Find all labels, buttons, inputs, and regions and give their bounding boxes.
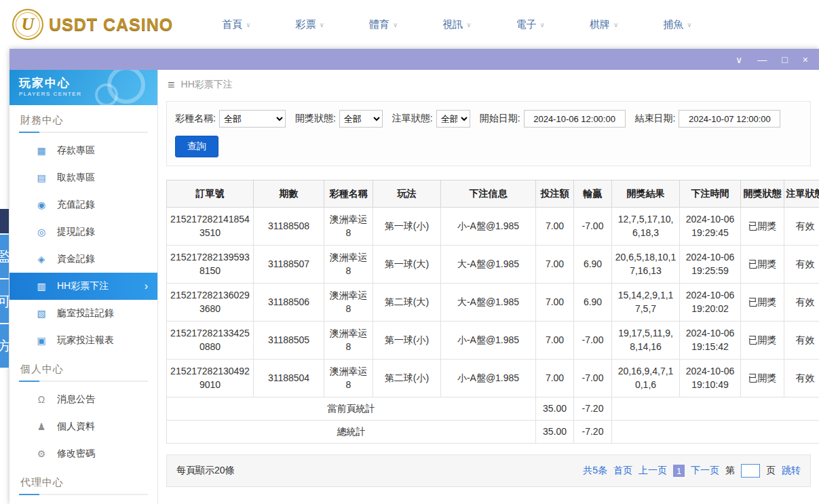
page-jump-suffix: 页 xyxy=(766,465,776,477)
table-cell: 第一球(小) xyxy=(373,208,441,246)
section-title-finance-center: 財務中心 xyxy=(9,105,157,127)
next-page-link[interactable]: 下一页 xyxy=(691,465,719,477)
chevron-right-icon: › xyxy=(145,280,148,292)
nav-item-video[interactable]: 視訊∨ xyxy=(442,18,471,31)
sidebar-item-label: 取款專區 xyxy=(57,172,95,184)
table-cell: 第一球(大) xyxy=(373,246,441,284)
table-cell: 7.00 xyxy=(536,208,574,246)
nav-item-lottery[interactable]: 彩票∨ xyxy=(296,18,324,31)
table-cell: 6.90 xyxy=(574,246,612,284)
sidebar-item-player-bet-report[interactable]: ▣玩家投注報表 xyxy=(9,327,157,354)
order-status-select[interactable]: 全部 xyxy=(436,110,470,128)
table-cell: 大-A盤@1.985 xyxy=(441,284,536,322)
jump-button[interactable]: 跳转 xyxy=(782,465,801,477)
window-titlebar: ∨ — □ × xyxy=(9,49,819,70)
player-bet-report-icon: ▣ xyxy=(35,335,47,346)
deposit-area-icon: ▦ xyxy=(35,145,47,156)
table-header-cell: 訂單號 xyxy=(167,180,254,208)
floating-widget-item[interactable]: 監 xyxy=(0,235,9,278)
window-collapse-icon[interactable]: ∨ xyxy=(736,55,742,64)
nav-item-sports[interactable]: 體育∨ xyxy=(369,18,398,31)
nav-item-label: 捕魚 xyxy=(663,18,683,31)
table-cell: 2152172821360293680 xyxy=(167,284,254,322)
chevron-down-icon: ∨ xyxy=(687,21,691,28)
table-header-cell: 開獎狀態 xyxy=(741,180,784,208)
table-cell: 有效 xyxy=(784,322,819,360)
table-cell: 31188506 xyxy=(254,284,324,322)
sidebar-item-recharge-record[interactable]: ◉充值記錄 xyxy=(9,191,157,218)
sidebar-item-label: 充值記錄 xyxy=(57,199,95,211)
sidebar-item-deposit-area[interactable]: ▦存款專區 xyxy=(9,137,157,164)
table-cell: 7.00 xyxy=(536,360,574,398)
chevron-down-icon: ∨ xyxy=(393,21,398,28)
order-status-label: 注單狀態: xyxy=(392,113,433,125)
table-cell: 澳洲幸运8 xyxy=(324,246,373,284)
nav-item-label: 首頁 xyxy=(222,18,242,31)
table-cell: 31188504 xyxy=(254,360,324,398)
table-cell: 7.00 xyxy=(536,246,574,284)
table-cell: 有效 xyxy=(784,246,819,284)
window-minimize-icon[interactable]: — xyxy=(757,55,767,64)
sidebar-item-withdraw-area[interactable]: ▤取款專區 xyxy=(9,164,157,191)
floating-widget-item[interactable] xyxy=(0,209,9,233)
table-row: 215217282139593815031188507澳洲幸运8第一球(大)大-… xyxy=(167,246,819,284)
table-cell: 2152172821334250880 xyxy=(167,322,254,360)
nav-item-chess[interactable]: 棋牌∨ xyxy=(590,18,618,31)
sidebar-item-room-bet-record[interactable]: ▧廳室投註記錄 xyxy=(9,300,157,327)
sidebar-item-withdrawal-record[interactable]: ◎提現記錄 xyxy=(9,218,157,246)
start-date-input[interactable] xyxy=(524,110,626,128)
sidebar-item-announcements[interactable]: Ω消息公告 xyxy=(9,386,157,413)
table-row: 215217282130492901031188504澳洲幸运8第二球(小)小-… xyxy=(167,360,819,398)
nav-item-electronic[interactable]: 電子∨ xyxy=(516,18,545,31)
section-title-agent-center: 代理中心 xyxy=(9,467,157,489)
current-page-button[interactable]: 1 xyxy=(673,465,685,477)
window-body: 玩家中心 PLAYERS CENTER 財務中心▦存款專區▤取款專區◉充值記錄◎… xyxy=(9,70,819,504)
sidebar-item-profile[interactable]: ♟個人資料 xyxy=(9,413,157,440)
withdrawal-record-icon: ◎ xyxy=(35,227,47,237)
table-cell: 有效 xyxy=(784,284,819,322)
window-maximize-icon[interactable]: □ xyxy=(782,55,787,64)
sidebar-menu: 財務中心▦存款專區▤取款專區◉充值記錄◎提現記錄◈資金記錄▥HH彩票下注›▧廳室… xyxy=(9,105,157,495)
page-summary-winloss-total: -7.20 xyxy=(574,398,612,421)
main-nav: 首頁∨彩票∨體育∨視訊∨電子∨棋牌∨捕魚∨ xyxy=(222,18,691,31)
table-cell: 31188507 xyxy=(254,246,324,284)
table-cell: 31188505 xyxy=(254,322,324,360)
end-date-input[interactable] xyxy=(679,110,780,128)
table-footer: 每頁顯示20條 共5条 首页 上一页 1 下一页 第 页 跳转 xyxy=(166,454,811,487)
table-cell: 12,7,5,17,10,6,18,3 xyxy=(612,208,680,246)
floating-widget-item[interactable]: 可 xyxy=(0,279,9,323)
window-close-icon[interactable]: × xyxy=(803,55,808,64)
menu-toggle-icon[interactable]: ≡ xyxy=(168,78,175,92)
table-cell: 19,17,5,11,9,8,14,16 xyxy=(612,322,680,360)
page-jump-input[interactable] xyxy=(741,464,760,478)
first-page-link[interactable]: 首页 xyxy=(613,465,632,477)
table-cell: 澳洲幸运8 xyxy=(324,360,373,398)
nav-item-home[interactable]: 首頁∨ xyxy=(222,18,250,31)
prev-page-link[interactable]: 上一页 xyxy=(639,465,667,477)
nav-item-label: 棋牌 xyxy=(590,18,610,31)
table-cell: 大-A盤@1.985 xyxy=(441,246,536,284)
grand-summary-bet-total: 35.00 xyxy=(536,421,574,444)
table-cell: 2152172821395938150 xyxy=(167,246,254,284)
table-cell: 2024-10-06 19:29:45 xyxy=(680,208,741,246)
table-header-cell: 期數 xyxy=(254,180,324,208)
sidebar-item-hh-lottery-bet[interactable]: ▥HH彩票下注› xyxy=(9,273,157,300)
sidebar-subtitle: PLAYERS CENTER xyxy=(19,91,157,97)
funds-record-icon: ◈ xyxy=(35,254,47,265)
table-cell: 20,16,9,4,7,10,1,6 xyxy=(612,360,680,398)
logo-text: USDT CASINO xyxy=(49,15,173,35)
table-cell: 15,14,2,9,1,17,5,7 xyxy=(612,284,680,322)
table-cell: 小-A盤@1.985 xyxy=(441,360,536,398)
sidebar-item-change-password[interactable]: ⚙修改密碼 xyxy=(9,440,157,467)
bets-table-wrap: 訂單號期數彩種名稱玩法下注信息投注額輸贏開獎結果下注時間開獎狀態注單狀態 215… xyxy=(166,180,811,444)
draw-status-select[interactable]: 全部 xyxy=(339,110,383,128)
search-button[interactable]: 查詢 xyxy=(175,136,218,157)
table-cell: 有效 xyxy=(784,208,819,246)
sidebar-item-funds-record[interactable]: ◈資金記錄 xyxy=(9,246,157,273)
site-logo[interactable]: U USDT CASINO xyxy=(12,9,173,40)
start-date-label: 開始日期: xyxy=(480,113,520,125)
lottery-name-select[interactable]: 全部 xyxy=(219,110,286,128)
floating-widget-item[interactable]: 方 xyxy=(0,324,9,368)
table-header-cell: 開獎結果 xyxy=(612,180,680,208)
nav-item-fishing[interactable]: 捕魚∨ xyxy=(663,18,691,31)
